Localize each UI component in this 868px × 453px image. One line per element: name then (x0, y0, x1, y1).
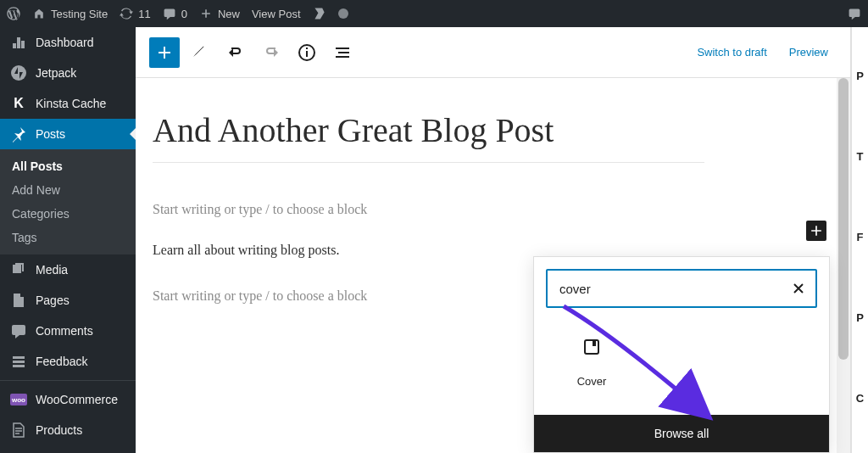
site-name[interactable]: Testing Site (32, 7, 108, 20)
empty-paragraph-1[interactable]: Start writing or type / to choose a bloc… (153, 197, 704, 217)
sidebar-item-feedback[interactable]: Feedback (0, 346, 136, 377)
admin-sidebar: Dashboard Jetpack K Kinsta Cache Posts A… (0, 27, 136, 453)
clear-search-button[interactable] (785, 275, 812, 302)
sidebar-item-dashboard[interactable]: Dashboard (0, 27, 136, 58)
view-post-link[interactable]: View Post (252, 8, 301, 20)
media-icon (10, 261, 27, 278)
block-search-input[interactable] (546, 269, 817, 308)
sidebar-item-label: Feedback (36, 355, 87, 368)
info-button[interactable] (292, 37, 322, 68)
sidebar-sub-tags[interactable]: Tags (0, 226, 136, 249)
sidebar-item-kinsta[interactable]: K Kinsta Cache (0, 88, 136, 119)
cover-block-icon (581, 337, 602, 357)
kinsta-icon: K (10, 95, 27, 112)
sidebar-item-label: Comments (36, 324, 93, 338)
pin-icon (10, 126, 27, 143)
sidebar-item-media[interactable]: Media (0, 254, 136, 285)
sidebar-item-label: Jetpack (36, 66, 76, 80)
outline-button[interactable] (327, 37, 358, 68)
account-icon[interactable] (848, 7, 861, 20)
yoast-status-dot[interactable] (338, 8, 348, 19)
sidebar-item-label: Products (36, 423, 82, 437)
sidebar-item-posts[interactable]: Posts (0, 119, 136, 149)
sidebar-sub-categories[interactable]: Categories (0, 202, 136, 226)
sidebar-item-label: Media (36, 263, 68, 277)
woocommerce-icon: woo (10, 391, 27, 408)
sidebar-item-products[interactable]: Products (0, 415, 136, 445)
sidebar-item-comments[interactable]: Comments (0, 316, 136, 346)
new-label: New (218, 8, 240, 20)
comments-bubble[interactable]: 0 (163, 7, 187, 20)
yoast-icon[interactable] (313, 7, 326, 20)
pages-icon (10, 292, 27, 309)
site-name-label: Testing Site (51, 8, 108, 20)
sidebar-posts-submenu: All Posts Add New Categories Tags (0, 149, 136, 254)
sidebar-item-label: WooCommerce (36, 393, 118, 406)
post-title[interactable]: And Another Great Blog Post (153, 102, 704, 163)
preview-button[interactable]: Preview (781, 41, 837, 64)
updates[interactable]: 11 (120, 7, 150, 20)
svg-point-0 (11, 65, 26, 81)
sidebar-item-label: Posts (36, 127, 65, 141)
wp-logo[interactable] (7, 7, 20, 20)
sidebar-item-woocommerce[interactable]: woo WooCommerce (0, 384, 136, 415)
sidebar-item-label: Dashboard (36, 36, 94, 49)
block-result-label: Cover (553, 375, 631, 388)
sidebar-sub-add-new[interactable]: Add New (0, 178, 136, 202)
sidebar-item-label: Kinsta Cache (36, 97, 106, 110)
tools-button[interactable] (185, 37, 215, 68)
settings-sidebar-edge: P T F P C (851, 27, 868, 453)
inline-add-block-button[interactable] (806, 221, 826, 241)
block-result-cover[interactable]: Cover (549, 330, 634, 394)
jetpack-icon (10, 64, 27, 81)
sidebar-sub-all-posts[interactable]: All Posts (0, 154, 136, 178)
new-content[interactable]: New (199, 7, 240, 20)
svg-rect-2 (585, 340, 598, 354)
products-icon (10, 422, 27, 439)
browse-all-button[interactable]: Browse all (534, 415, 829, 452)
updates-count: 11 (138, 8, 150, 20)
switch-to-draft-button[interactable]: Switch to draft (688, 41, 775, 64)
undo-button[interactable] (220, 37, 251, 68)
sidebar-item-label: Pages (36, 294, 70, 307)
dashboard-icon (10, 34, 27, 51)
redo-button[interactable] (256, 37, 287, 68)
comments-count: 0 (181, 8, 187, 20)
feedback-icon (10, 353, 27, 370)
editor-topbar: Switch to draft Preview (136, 27, 850, 78)
comments-icon (10, 322, 27, 339)
sidebar-item-pages[interactable]: Pages (0, 285, 136, 316)
block-inserter-popover: Cover Browse all (533, 256, 830, 453)
sidebar-item-jetpack[interactable]: Jetpack (0, 58, 136, 88)
add-block-button[interactable] (149, 37, 180, 68)
svg-rect-3 (593, 340, 596, 346)
